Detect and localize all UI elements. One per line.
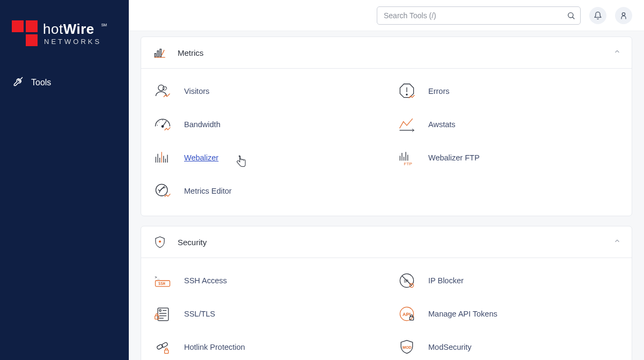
tool-label: SSH Access bbox=[184, 276, 227, 285]
svg-text:IP: IP bbox=[404, 278, 409, 284]
tool-label: SSL/TLS bbox=[184, 310, 215, 318]
svg-point-1 bbox=[622, 12, 625, 15]
tool-bandwidth[interactable]: Bandwidth bbox=[152, 114, 377, 135]
webalizer-icon bbox=[152, 147, 173, 168]
tool-label: Webalizer bbox=[184, 153, 218, 162]
svg-line-13 bbox=[159, 122, 159, 122]
content-area: Metrics Visito bbox=[129, 31, 644, 360]
svg-point-37 bbox=[411, 284, 412, 285]
tool-awstats[interactable]: Awstats bbox=[396, 114, 621, 135]
tool-label: Errors bbox=[428, 87, 449, 95]
panel-security-body: >_ SSH SSH Access IP bbox=[141, 258, 632, 360]
metrics-icon bbox=[152, 46, 168, 60]
main-area: Metrics Visito bbox=[129, 0, 644, 360]
panel-title: Security bbox=[178, 238, 207, 247]
svg-rect-49 bbox=[162, 342, 169, 348]
tool-label: Metrics Editor bbox=[184, 187, 232, 195]
chevron-up-icon bbox=[613, 48, 621, 57]
security-icon bbox=[152, 235, 168, 249]
modsecurity-icon: MOD bbox=[396, 336, 418, 358]
tool-label: IP Blocker bbox=[428, 276, 464, 285]
pointer-cursor-icon bbox=[236, 155, 247, 171]
tool-webalizer[interactable]: Webalizer bbox=[152, 147, 377, 168]
tool-label: Manage API Tokens bbox=[428, 310, 497, 318]
svg-point-11 bbox=[162, 126, 164, 128]
tool-label: ModSecurity bbox=[428, 343, 472, 351]
svg-text:>_: >_ bbox=[155, 275, 160, 280]
tool-metrics-editor[interactable]: Metrics Editor bbox=[152, 180, 377, 202]
brand-logo-mark bbox=[12, 20, 38, 46]
tool-label: Hotlink Protection bbox=[184, 343, 245, 351]
ip-blocker-icon: IP bbox=[396, 270, 418, 291]
bandwidth-icon bbox=[152, 114, 173, 135]
panel-metrics-body: Visitors Errors bbox=[141, 69, 632, 216]
ssh-icon: >_ SSH bbox=[152, 270, 173, 291]
errors-icon bbox=[396, 80, 418, 102]
panel-security-header[interactable]: Security bbox=[141, 226, 632, 258]
svg-text:SSH: SSH bbox=[158, 281, 165, 286]
tool-manage-api-tokens[interactable]: API Manage API Tokens bbox=[396, 303, 621, 325]
svg-text:MOD: MOD bbox=[402, 345, 412, 350]
svg-rect-2 bbox=[155, 54, 156, 57]
sidebar-item-tools[interactable]: Tools bbox=[0, 71, 129, 94]
hotlink-icon bbox=[152, 336, 173, 358]
metrics-editor-icon bbox=[152, 180, 173, 202]
chevron-up-icon bbox=[613, 237, 621, 247]
sidebar-nav: Tools bbox=[0, 71, 129, 94]
visitors-icon bbox=[152, 80, 173, 102]
sidebar: hotWire SM NETWORKS Tools bbox=[0, 0, 129, 360]
webalizer-ftp-icon: FTP bbox=[396, 147, 418, 168]
tool-label: Bandwidth bbox=[184, 120, 221, 129]
svg-rect-44 bbox=[155, 316, 159, 319]
panel-security: Security >_ SSH SSH Access bbox=[141, 226, 632, 360]
topbar bbox=[129, 0, 644, 31]
brand-logo: hotWire SM NETWORKS bbox=[0, 13, 129, 61]
search-input[interactable] bbox=[377, 6, 581, 25]
notifications-button[interactable] bbox=[589, 7, 606, 24]
wrench-icon bbox=[13, 76, 24, 89]
tool-visitors[interactable]: Visitors bbox=[152, 80, 377, 102]
bell-icon bbox=[594, 11, 602, 20]
search-button[interactable] bbox=[565, 9, 577, 22]
ssl-tls-icon bbox=[152, 303, 173, 325]
svg-text:API: API bbox=[402, 312, 411, 317]
tool-ip-blocker[interactable]: IP IP Blocker bbox=[396, 270, 621, 291]
panel-metrics: Metrics Visito bbox=[141, 36, 632, 216]
svg-rect-50 bbox=[165, 350, 169, 353]
awstats-icon bbox=[396, 114, 418, 135]
brand-subname: NETWORKS bbox=[43, 38, 101, 45]
search-icon bbox=[567, 11, 575, 20]
tool-label: Webalizer FTP bbox=[428, 153, 480, 162]
svg-line-12 bbox=[157, 125, 158, 126]
tool-ssh-access[interactable]: >_ SSH SSH Access bbox=[152, 270, 377, 291]
svg-point-39 bbox=[159, 310, 162, 312]
tool-hotlink-protection[interactable]: Hotlink Protection bbox=[152, 336, 377, 358]
brand-name: hotWire SM bbox=[43, 22, 101, 36]
svg-text:FTP: FTP bbox=[404, 161, 412, 166]
panel-metrics-header[interactable]: Metrics bbox=[141, 37, 632, 69]
account-button[interactable] bbox=[615, 7, 632, 24]
tool-webalizer-ftp[interactable]: FTP Webalizer FTP bbox=[396, 147, 621, 168]
sidebar-item-label: Tools bbox=[31, 78, 51, 87]
svg-rect-3 bbox=[157, 51, 158, 57]
tool-ssl-tls[interactable]: SSL/TLS bbox=[152, 303, 377, 325]
api-tokens-icon: API bbox=[396, 303, 418, 325]
svg-point-9 bbox=[406, 94, 407, 95]
user-icon bbox=[619, 11, 628, 20]
tool-errors[interactable]: Errors bbox=[396, 80, 621, 102]
svg-rect-4 bbox=[160, 49, 161, 57]
tool-label: Awstats bbox=[428, 120, 456, 129]
search-container bbox=[377, 6, 581, 25]
panel-title: Metrics bbox=[178, 48, 203, 57]
tool-label: Visitors bbox=[184, 87, 209, 95]
svg-point-29 bbox=[159, 240, 161, 243]
svg-point-28 bbox=[156, 184, 167, 196]
tool-modsecurity[interactable]: MOD ModSecurity bbox=[396, 336, 621, 358]
